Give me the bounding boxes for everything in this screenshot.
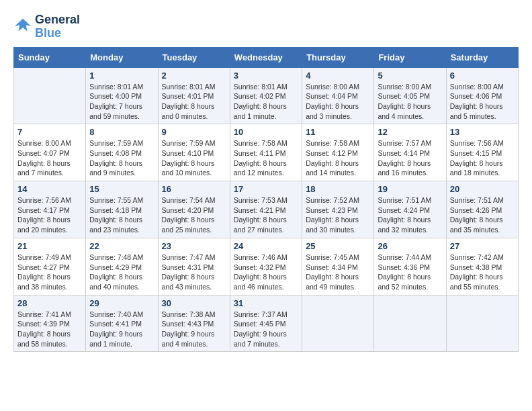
- calendar-cell: 15Sunrise: 7:55 AM Sunset: 4:18 PM Dayli…: [86, 181, 158, 238]
- day-info: Sunrise: 7:38 AM Sunset: 4:43 PM Dayligh…: [162, 310, 226, 349]
- calendar-cell: 17Sunrise: 7:53 AM Sunset: 4:21 PM Dayli…: [230, 181, 302, 238]
- calendar-cell: 7Sunrise: 8:00 AM Sunset: 4:07 PM Daylig…: [14, 124, 86, 181]
- day-number: 9: [162, 127, 226, 137]
- day-number: 5: [378, 71, 442, 81]
- day-info: Sunrise: 8:00 AM Sunset: 4:04 PM Dayligh…: [306, 82, 370, 122]
- calendar-cell: 22Sunrise: 7:48 AM Sunset: 4:29 PM Dayli…: [86, 238, 158, 295]
- day-info: Sunrise: 8:01 AM Sunset: 4:01 PM Dayligh…: [162, 82, 226, 122]
- day-number: 22: [89, 241, 154, 251]
- week-row-4: 21Sunrise: 7:49 AM Sunset: 4:27 PM Dayli…: [14, 238, 519, 295]
- calendar-cell: 21Sunrise: 7:49 AM Sunset: 4:27 PM Dayli…: [14, 238, 86, 295]
- logo-text: General Blue: [35, 13, 80, 40]
- calendar-cell: 1Sunrise: 8:01 AM Sunset: 4:00 PM Daylig…: [86, 67, 158, 124]
- weekday-header-monday: Monday: [86, 47, 158, 67]
- calendar-cell: 14Sunrise: 7:56 AM Sunset: 4:17 PM Dayli…: [14, 181, 86, 238]
- weekday-header-row: SundayMondayTuesdayWednesdayThursdayFrid…: [14, 47, 519, 67]
- calendar-cell: 18Sunrise: 7:52 AM Sunset: 4:23 PM Dayli…: [302, 181, 374, 238]
- day-number: 6: [450, 71, 515, 81]
- day-number: 2: [162, 71, 226, 81]
- day-info: Sunrise: 7:47 AM Sunset: 4:31 PM Dayligh…: [162, 253, 226, 292]
- day-info: Sunrise: 7:46 AM Sunset: 4:32 PM Dayligh…: [234, 253, 298, 292]
- day-number: 25: [306, 241, 370, 251]
- calendar-cell: 19Sunrise: 7:51 AM Sunset: 4:24 PM Dayli…: [374, 181, 446, 238]
- page-header: General Blue: [13, 13, 519, 40]
- calendar-cell: 4Sunrise: 8:00 AM Sunset: 4:04 PM Daylig…: [302, 67, 374, 124]
- day-number: 16: [162, 184, 226, 194]
- day-info: Sunrise: 8:00 AM Sunset: 4:05 PM Dayligh…: [378, 82, 442, 122]
- day-number: 29: [89, 298, 154, 308]
- day-number: 18: [306, 184, 370, 194]
- weekday-header-tuesday: Tuesday: [158, 47, 230, 67]
- calendar-cell: [446, 295, 518, 352]
- day-info: Sunrise: 7:52 AM Sunset: 4:23 PM Dayligh…: [306, 195, 370, 235]
- weekday-header-saturday: Saturday: [446, 47, 518, 67]
- weekday-header-wednesday: Wednesday: [230, 47, 302, 67]
- week-row-2: 7Sunrise: 8:00 AM Sunset: 4:07 PM Daylig…: [14, 124, 519, 181]
- day-number: 31: [234, 298, 298, 308]
- calendar-cell: 25Sunrise: 7:45 AM Sunset: 4:34 PM Dayli…: [302, 238, 374, 295]
- day-number: 13: [450, 127, 515, 137]
- day-number: 24: [234, 241, 298, 251]
- day-number: 20: [450, 184, 515, 194]
- day-number: 21: [17, 241, 82, 251]
- day-number: 7: [17, 127, 82, 137]
- day-number: 19: [378, 184, 442, 194]
- calendar-cell: 3Sunrise: 8:01 AM Sunset: 4:02 PM Daylig…: [230, 67, 302, 124]
- week-row-5: 28Sunrise: 7:41 AM Sunset: 4:39 PM Dayli…: [14, 295, 519, 352]
- logo-icon: [13, 17, 32, 36]
- day-number: 27: [450, 241, 515, 251]
- day-number: 8: [89, 127, 154, 137]
- calendar-cell: 10Sunrise: 7:58 AM Sunset: 4:11 PM Dayli…: [230, 124, 302, 181]
- day-number: 26: [378, 241, 442, 251]
- day-info: Sunrise: 7:51 AM Sunset: 4:24 PM Dayligh…: [378, 195, 442, 235]
- day-info: Sunrise: 7:55 AM Sunset: 4:18 PM Dayligh…: [89, 195, 154, 235]
- day-number: 11: [306, 127, 370, 137]
- day-info: Sunrise: 7:56 AM Sunset: 4:17 PM Dayligh…: [17, 195, 82, 235]
- day-number: 15: [89, 184, 154, 194]
- weekday-header-thursday: Thursday: [302, 47, 374, 67]
- day-info: Sunrise: 7:42 AM Sunset: 4:38 PM Dayligh…: [450, 253, 515, 292]
- day-number: 23: [162, 241, 226, 251]
- day-info: Sunrise: 7:53 AM Sunset: 4:21 PM Dayligh…: [234, 195, 298, 235]
- day-info: Sunrise: 7:44 AM Sunset: 4:36 PM Dayligh…: [378, 253, 442, 292]
- day-number: 4: [306, 71, 370, 81]
- day-info: Sunrise: 7:54 AM Sunset: 4:20 PM Dayligh…: [162, 195, 226, 235]
- svg-marker-0: [15, 19, 31, 32]
- calendar-cell: 23Sunrise: 7:47 AM Sunset: 4:31 PM Dayli…: [158, 238, 230, 295]
- calendar-cell: 2Sunrise: 8:01 AM Sunset: 4:01 PM Daylig…: [158, 67, 230, 124]
- day-info: Sunrise: 7:51 AM Sunset: 4:26 PM Dayligh…: [450, 195, 515, 235]
- day-number: 3: [234, 71, 298, 81]
- weekday-header-sunday: Sunday: [14, 47, 86, 67]
- calendar-cell: 26Sunrise: 7:44 AM Sunset: 4:36 PM Dayli…: [374, 238, 446, 295]
- day-info: Sunrise: 8:00 AM Sunset: 4:07 PM Dayligh…: [17, 138, 82, 178]
- day-number: 30: [162, 298, 226, 308]
- calendar-cell: 29Sunrise: 7:40 AM Sunset: 4:41 PM Dayli…: [86, 295, 158, 352]
- calendar-cell: 27Sunrise: 7:42 AM Sunset: 4:38 PM Dayli…: [446, 238, 518, 295]
- day-info: Sunrise: 7:37 AM Sunset: 4:45 PM Dayligh…: [234, 310, 298, 349]
- day-info: Sunrise: 7:48 AM Sunset: 4:29 PM Dayligh…: [89, 253, 154, 292]
- calendar-cell: 16Sunrise: 7:54 AM Sunset: 4:20 PM Dayli…: [158, 181, 230, 238]
- calendar-table: SundayMondayTuesdayWednesdayThursdayFrid…: [13, 47, 519, 353]
- weekday-header-friday: Friday: [374, 47, 446, 67]
- day-info: Sunrise: 7:59 AM Sunset: 4:10 PM Dayligh…: [162, 138, 226, 178]
- day-info: Sunrise: 7:49 AM Sunset: 4:27 PM Dayligh…: [17, 253, 82, 292]
- calendar-cell: 13Sunrise: 7:56 AM Sunset: 4:15 PM Dayli…: [446, 124, 518, 181]
- day-number: 1: [89, 71, 154, 81]
- calendar-cell: 28Sunrise: 7:41 AM Sunset: 4:39 PM Dayli…: [14, 295, 86, 352]
- calendar-cell: 8Sunrise: 7:59 AM Sunset: 4:08 PM Daylig…: [86, 124, 158, 181]
- calendar-cell: [14, 67, 86, 124]
- calendar-cell: 6Sunrise: 8:00 AM Sunset: 4:06 PM Daylig…: [446, 67, 518, 124]
- calendar-cell: 9Sunrise: 7:59 AM Sunset: 4:10 PM Daylig…: [158, 124, 230, 181]
- day-number: 17: [234, 184, 298, 194]
- calendar-cell: 24Sunrise: 7:46 AM Sunset: 4:32 PM Dayli…: [230, 238, 302, 295]
- calendar-cell: [374, 295, 446, 352]
- week-row-3: 14Sunrise: 7:56 AM Sunset: 4:17 PM Dayli…: [14, 181, 519, 238]
- calendar-cell: 12Sunrise: 7:57 AM Sunset: 4:14 PM Dayli…: [374, 124, 446, 181]
- logo: General Blue: [13, 13, 80, 40]
- calendar-cell: 11Sunrise: 7:58 AM Sunset: 4:12 PM Dayli…: [302, 124, 374, 181]
- day-number: 10: [234, 127, 298, 137]
- day-info: Sunrise: 7:58 AM Sunset: 4:12 PM Dayligh…: [306, 138, 370, 178]
- day-number: 12: [378, 127, 442, 137]
- calendar-cell: 30Sunrise: 7:38 AM Sunset: 4:43 PM Dayli…: [158, 295, 230, 352]
- day-info: Sunrise: 8:01 AM Sunset: 4:00 PM Dayligh…: [89, 82, 154, 122]
